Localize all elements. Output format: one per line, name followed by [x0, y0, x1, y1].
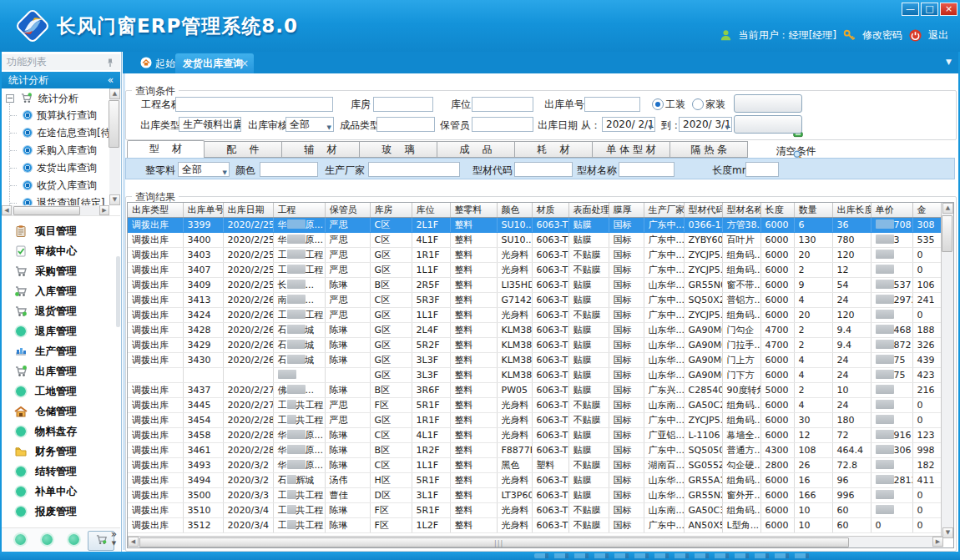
tree-item[interactable]: 收货入库查询 [2, 177, 109, 194]
outbound-audit-select[interactable]: 全部 ▼ [285, 117, 334, 132]
close-window-button[interactable]: × [940, 3, 957, 16]
table-row[interactable]: 调拨出库34292020/2/26石城陈琳G区5R2F整料KLM38176063… [128, 338, 943, 353]
module-item[interactable]: 退库管理 [2, 321, 120, 341]
grid-horizontal-scrollbar[interactable]: ◀ ||| ▶ [128, 536, 943, 547]
keeper-input[interactable] [472, 117, 533, 132]
length-input[interactable] [745, 162, 779, 177]
table-row[interactable]: 调拨出库34002020/2/25华原...严思C区4L1F整料SU10...6… [128, 233, 943, 248]
sidebar-scrollbar[interactable] [116, 256, 120, 327]
module-item[interactable]: 物料盘存 [2, 421, 120, 441]
table-row[interactable]: 调拨出库34612020/2/28华原...陈琳B区1R2F整料F8877FT6… [128, 443, 943, 458]
maximize-button[interactable]: □ [921, 3, 938, 16]
material-tab[interactable]: 单 体 型 材 [593, 141, 670, 158]
tree-scroll-thumb[interactable] [109, 100, 119, 148]
table-row[interactable]: 调拨出库35002020/3/3工共工程曹佳D区3L1F整料LT3P606063… [128, 488, 943, 503]
scroll-up-icon[interactable]: ▲ [942, 203, 953, 214]
module-item[interactable]: 报废管理 [2, 502, 120, 522]
grid-hscroll-thumb[interactable]: ||| [139, 537, 849, 547]
table-row[interactable]: 调拨出库34302020/2/26石城陈琳G区3L3F整料KLM38176063… [128, 353, 943, 368]
outbound-type-select[interactable]: 生产领料出库 ▼ [179, 117, 241, 132]
tree-vertical-scrollbar[interactable]: ▲ ▼ [109, 88, 120, 205]
tree-item[interactable]: 在途信息查询[待 [2, 124, 109, 142]
table-row[interactable]: 调拨出库34932020/3/2华原...陈琳C区1L1F整料黑色塑料不贴膜国标… [128, 458, 943, 473]
tree-item[interactable]: 发货出库查询 [2, 159, 109, 177]
table-row[interactable]: 调拨出库35102020/3/4工共工程陈琳F区5R1F整料光身料6063-T5… [128, 503, 943, 518]
jiazhuang-radio[interactable] [692, 98, 704, 110]
column-header[interactable]: 出库类型 [128, 203, 183, 218]
table-row[interactable]: 调拨出库34452020/2/27工共工程严思F区5R1F整料光身料6063-T… [128, 398, 943, 413]
green-dot-icon[interactable] [68, 534, 79, 545]
search-button[interactable]: 查 询 [734, 115, 802, 134]
tree-item[interactable]: 采购入库查询 [2, 142, 109, 159]
column-header[interactable]: 型材名称 [722, 203, 760, 218]
table-row[interactable]: 调拨出库34282020/2/26石城陈琳G区2L4F整料KLM38176063… [128, 323, 943, 338]
tab-close-icon[interactable]: × [240, 53, 249, 73]
logout-link[interactable]: 退出 [928, 28, 948, 43]
maker-input[interactable] [368, 162, 460, 177]
material-tab[interactable]: 辅 材 [282, 141, 360, 158]
gongzhuang-radio[interactable] [652, 98, 664, 110]
table-row[interactable]: G区3L3F整料KLM38176063-T5贴膜国标山东华...GA90M09.… [128, 368, 943, 383]
scroll-right-icon[interactable]: ▶ [99, 205, 109, 215]
table-row[interactable]: 调拨出库34032020/2/25工工程严思G区1R1F整料光身料6063-T5… [128, 248, 943, 263]
module-item[interactable]: 退货管理 [2, 301, 120, 321]
column-header[interactable]: 工程 [273, 203, 325, 218]
module-item[interactable]: 采购管理 [2, 261, 120, 281]
collapse-icon[interactable]: « [108, 72, 114, 88]
tab-shipping-outbound-query[interactable]: 发货出库查询 × [175, 53, 254, 73]
column-header[interactable]: 保管员 [325, 203, 370, 218]
material-tab[interactable]: 玻 璃 [360, 141, 437, 158]
scroll-left-icon[interactable]: ◀ [2, 205, 12, 215]
tree-horizontal-scrollbar[interactable]: ◀ ▶ [2, 205, 109, 215]
tree-hscroll-thumb[interactable] [13, 206, 80, 215]
order-no-input[interactable] [584, 97, 640, 112]
material-tab[interactable]: 型 材 [127, 140, 205, 158]
module-item[interactable]: 仓储管理 [2, 401, 120, 421]
module-item[interactable]: 出库管理 [2, 361, 120, 381]
column-header[interactable]: 颜色 [497, 203, 532, 218]
grid-vertical-scrollbar[interactable]: ▲ ▼ [941, 203, 953, 538]
tree-item[interactable]: 预算执行查询 [2, 107, 109, 124]
column-header[interactable]: 库位 [412, 203, 450, 218]
module-item[interactable]: 项目管理 [2, 221, 120, 241]
table-row[interactable]: 调拨出库35122020/3/4工共工程陈琳F区1L2F整料光身料6063-T5… [128, 518, 943, 533]
profile-name-input[interactable] [619, 162, 675, 177]
table-row[interactable]: 调拨出库33992020/2/25华原...严思C区2L1F整料SU10...6… [128, 218, 943, 233]
column-header[interactable]: 长度 [760, 203, 794, 218]
column-header[interactable]: 材质 [532, 203, 568, 218]
footer-overflow-chevron[interactable]: » ▼ [111, 530, 117, 548]
table-row[interactable]: 调拨出库34242020/2/26工工程严思G区1L1F整料光身料6063-T5… [128, 308, 943, 323]
material-tab[interactable]: 隔 热 条 [670, 141, 748, 158]
table-row[interactable]: 调拨出库34092020/2/25长...陈琳B区2R5F整料LI35HD606… [128, 278, 943, 293]
column-header[interactable]: 单价 [871, 203, 912, 218]
module-item[interactable]: 生产管理 [2, 341, 120, 361]
table-row[interactable]: 调拨出库34942020/3/2石辉城汤伟H区5R1F整料光身料6063-T5贴… [128, 473, 943, 488]
product-type-input[interactable] [376, 117, 435, 132]
tab-list-dropdown-icon[interactable]: ▼ [946, 58, 952, 66]
module-item[interactable]: 财务管理 [2, 441, 120, 462]
module-item[interactable]: 审核中心 [2, 241, 120, 261]
table-row[interactable]: 调拨出库34072020/2/25工工程严思G区1L1F整料光身料6063-T5… [128, 263, 943, 278]
column-header[interactable]: 型材代码 [684, 203, 722, 218]
minimize-button[interactable]: — [902, 3, 919, 16]
module-item[interactable]: 工地管理 [2, 381, 120, 401]
grid-vscroll-thumb[interactable] [942, 215, 952, 252]
column-header[interactable]: 膜厚 [609, 203, 644, 218]
table-row[interactable]: 调拨出库34372020/2/27佛...陈琳B区3R6F整料PW056063-… [128, 383, 943, 398]
date-to-select[interactable]: 2020/ 3/16 ▼ [679, 117, 732, 132]
scroll-up-icon[interactable]: ▲ [109, 88, 120, 99]
column-header[interactable]: 表面处理 [568, 203, 609, 218]
scroll-left-icon[interactable]: ◀ [128, 537, 139, 547]
column-header[interactable]: 数量 [794, 203, 832, 218]
column-header[interactable]: 出库日期 [223, 203, 273, 218]
project-name-input[interactable] [175, 97, 333, 112]
table-row[interactable]: 调拨出库34132020/2/26南...严思C区5R3F整料G71422606… [128, 293, 943, 308]
table-row[interactable]: 调拨出库34542020/2/28工共工程严思G区1R1F整料光身料6063-T… [128, 413, 943, 428]
change-password-link[interactable]: 修改密码 [862, 28, 902, 43]
column-header[interactable]: 出库单号 [183, 203, 223, 218]
green-dot-icon[interactable] [42, 534, 53, 545]
column-header[interactable]: 库房 [370, 203, 412, 218]
material-tab[interactable]: 配 件 [205, 141, 282, 158]
scroll-right-icon[interactable]: ▶ [932, 537, 943, 547]
column-header[interactable]: 金 [912, 203, 943, 218]
